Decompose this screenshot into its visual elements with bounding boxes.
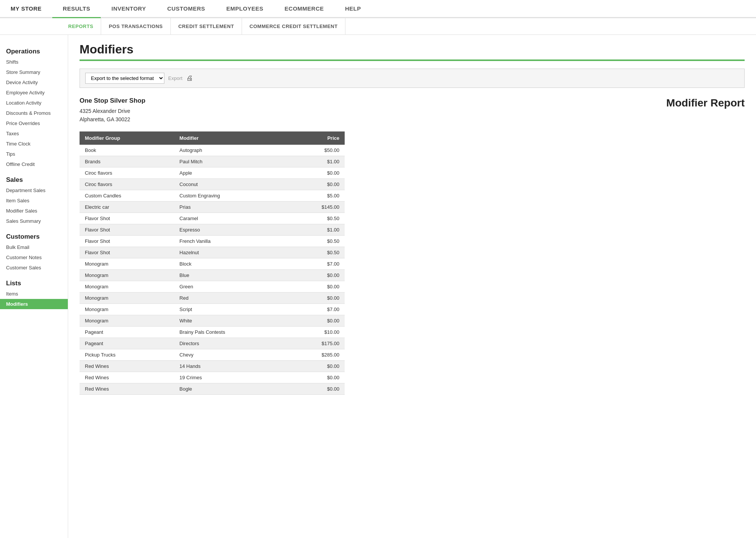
print-icon[interactable]: 🖨 bbox=[186, 74, 193, 82]
table-row: BookAutograph$50.00 bbox=[80, 145, 345, 156]
cell-modifier-group: Pageant bbox=[80, 338, 174, 349]
page-title: Modifiers bbox=[80, 42, 745, 56]
cell-modifier-group: Monogram bbox=[80, 292, 174, 303]
subnav-credit-settlement[interactable]: CREDIT SETTLEMENT bbox=[171, 18, 242, 34]
table-row: Flavor ShotHazelnut$0.50 bbox=[80, 247, 345, 258]
sidebar-item-tips[interactable]: Tips bbox=[0, 149, 68, 159]
table-row: Red Wines19 Crimes$0.00 bbox=[80, 372, 345, 383]
sidebar-section-customers: Customers bbox=[0, 230, 68, 242]
nav-ecommerce[interactable]: ECOMMERCE bbox=[274, 0, 334, 18]
subnav-commerce-credit-settlement[interactable]: COMMERCE CREDIT SETTLEMENT bbox=[242, 18, 346, 34]
main-content: Modifiers Export to the selected format … bbox=[68, 35, 756, 538]
cell-price: $145.00 bbox=[287, 201, 345, 213]
sidebar-item-employee-activity[interactable]: Employee Activity bbox=[0, 88, 68, 98]
subnav-reports[interactable]: REPORTS bbox=[61, 18, 101, 34]
table-row: Flavor ShotCaramel$0.50 bbox=[80, 213, 345, 224]
sidebar-item-department-sales[interactable]: Department Sales bbox=[0, 185, 68, 195]
sidebar-item-bulk-email[interactable]: Bulk Email bbox=[0, 242, 68, 252]
cell-modifier-group: Flavor Shot bbox=[80, 235, 174, 247]
cell-modifier: Paul Mitch bbox=[174, 156, 287, 167]
table-row: MonogramScript$7.00 bbox=[80, 303, 345, 315]
cell-modifier: Autograph bbox=[174, 145, 287, 156]
top-nav: MY STORE RESULTS INVENTORY CUSTOMERS EMP… bbox=[0, 0, 756, 18]
table-row: Red WinesBogle$0.00 bbox=[80, 383, 345, 394]
cell-modifier: Brainy Pals Contests bbox=[174, 326, 287, 338]
nav-inventory[interactable]: INVENTORY bbox=[101, 0, 156, 18]
cell-modifier: French Vanilla bbox=[174, 235, 287, 247]
cell-modifier: Bogle bbox=[174, 383, 287, 394]
cell-modifier-group: Ciroc flavors bbox=[80, 178, 174, 190]
store-info: One Stop Silver Shop 4325 Alexander Driv… bbox=[80, 97, 745, 124]
nav-help[interactable]: HELP bbox=[334, 0, 372, 18]
cell-modifier: Directors bbox=[174, 338, 287, 349]
cell-price: $285.00 bbox=[287, 349, 345, 360]
cell-price: $0.00 bbox=[287, 315, 345, 326]
table-row: BrandsPaul Mitch$1.00 bbox=[80, 156, 345, 167]
export-format-select[interactable]: Export to the selected format bbox=[85, 73, 164, 84]
cell-price: $5.00 bbox=[287, 190, 345, 201]
sidebar-item-shifts[interactable]: Shifts bbox=[0, 57, 68, 67]
sidebar-item-modifiers[interactable]: Modifiers bbox=[0, 299, 68, 309]
cell-modifier-group: Monogram bbox=[80, 281, 174, 292]
cell-modifier: Chevy bbox=[174, 349, 287, 360]
table-row: MonogramGreen$0.00 bbox=[80, 281, 345, 292]
sidebar-item-items[interactable]: Items bbox=[0, 289, 68, 299]
store-name: One Stop Silver Shop bbox=[80, 97, 145, 105]
cell-price: $0.50 bbox=[287, 247, 345, 258]
cell-price: $7.00 bbox=[287, 303, 345, 315]
nav-employees[interactable]: EMPLOYEES bbox=[216, 0, 274, 18]
table-row: Ciroc flavorsCoconut$0.00 bbox=[80, 178, 345, 190]
cell-modifier-group: Red Wines bbox=[80, 372, 174, 383]
sidebar-item-sales-summary[interactable]: Sales Summary bbox=[0, 216, 68, 226]
sidebar: Operations Shifts Store Summary Device A… bbox=[0, 35, 68, 538]
sidebar-item-price-overrides[interactable]: Price Overrides bbox=[0, 118, 68, 128]
nav-results[interactable]: RESULTS bbox=[52, 0, 101, 18]
cell-modifier-group: Pickup Trucks bbox=[80, 349, 174, 360]
sidebar-item-modifier-sales[interactable]: Modifier Sales bbox=[0, 206, 68, 216]
cell-modifier: Block bbox=[174, 258, 287, 269]
cell-price: $0.50 bbox=[287, 213, 345, 224]
cell-modifier: 19 Crimes bbox=[174, 372, 287, 383]
table-header-row: Modifier Group Modifier Price bbox=[80, 131, 345, 145]
cell-price: $0.50 bbox=[287, 235, 345, 247]
store-address-line2: Alpharetta, GA 30022 bbox=[80, 115, 145, 124]
sidebar-item-customer-notes[interactable]: Customer Notes bbox=[0, 252, 68, 263]
sidebar-item-discounts-promos[interactable]: Discounts & Promos bbox=[0, 108, 68, 118]
sidebar-item-store-summary[interactable]: Store Summary bbox=[0, 67, 68, 77]
cell-price: $1.00 bbox=[287, 224, 345, 235]
table-row: Pickup TrucksChevy$285.00 bbox=[80, 349, 345, 360]
cell-price: $1.00 bbox=[287, 156, 345, 167]
cell-price: $0.00 bbox=[287, 292, 345, 303]
cell-modifier: Script bbox=[174, 303, 287, 315]
cell-modifier: Espresso bbox=[174, 224, 287, 235]
cell-modifier-group: Book bbox=[80, 145, 174, 156]
table-row: PageantDirectors$175.00 bbox=[80, 338, 345, 349]
export-button[interactable]: Export bbox=[168, 75, 183, 81]
sidebar-item-customer-sales[interactable]: Customer Sales bbox=[0, 263, 68, 273]
cell-modifier-group: Red Wines bbox=[80, 360, 174, 372]
cell-modifier-group: Monogram bbox=[80, 303, 174, 315]
cell-price: $0.00 bbox=[287, 269, 345, 281]
cell-modifier: Caramel bbox=[174, 213, 287, 224]
green-divider bbox=[80, 59, 745, 61]
sidebar-item-taxes[interactable]: Taxes bbox=[0, 128, 68, 139]
cell-modifier: Prias bbox=[174, 201, 287, 213]
cell-price: $0.00 bbox=[287, 167, 345, 178]
table-row: MonogramWhite$0.00 bbox=[80, 315, 345, 326]
sidebar-item-offline-credit[interactable]: Offline Credit bbox=[0, 159, 68, 169]
cell-modifier: Apple bbox=[174, 167, 287, 178]
sidebar-item-location-activity[interactable]: Location Activity bbox=[0, 98, 68, 108]
subnav-pos-transactions[interactable]: POS TRANSACTIONS bbox=[101, 18, 170, 34]
sidebar-section-operations: Operations bbox=[0, 45, 68, 57]
cell-modifier: Coconut bbox=[174, 178, 287, 190]
table-row: MonogramRed$0.00 bbox=[80, 292, 345, 303]
cell-modifier-group: Ciroc flavors bbox=[80, 167, 174, 178]
modifiers-table: Modifier Group Modifier Price BookAutogr… bbox=[80, 131, 345, 395]
nav-customers[interactable]: CUSTOMERS bbox=[156, 0, 216, 18]
sidebar-item-item-sales[interactable]: Item Sales bbox=[0, 195, 68, 206]
table-row: Flavor ShotEspresso$1.00 bbox=[80, 224, 345, 235]
sidebar-item-device-activity[interactable]: Device Activity bbox=[0, 77, 68, 88]
sidebar-item-time-clock[interactable]: Time Clock bbox=[0, 139, 68, 149]
main-layout: Operations Shifts Store Summary Device A… bbox=[0, 35, 756, 538]
nav-my-store[interactable]: MY STORE bbox=[0, 0, 52, 18]
